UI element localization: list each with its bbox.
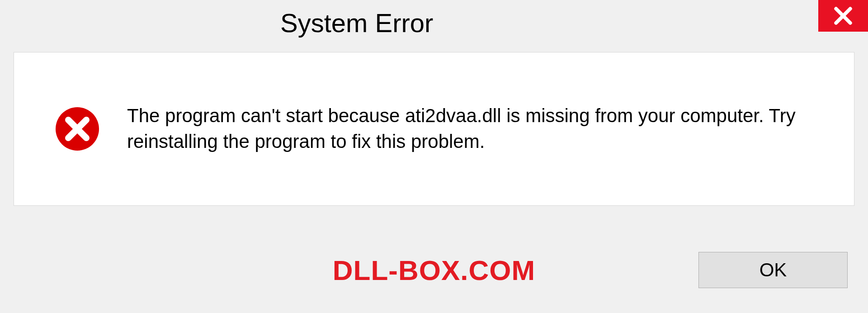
- watermark-text: DLL-BOX.COM: [333, 254, 535, 286]
- title-bar: System Error: [0, 0, 868, 45]
- error-icon: [55, 106, 100, 152]
- close-icon: [834, 6, 853, 25]
- dialog-footer: DLL-BOX.COM OK: [0, 245, 868, 295]
- close-button[interactable]: [818, 0, 868, 32]
- ok-button[interactable]: OK: [698, 252, 848, 288]
- error-message: The program can't start because ati2dvaa…: [127, 103, 831, 154]
- message-panel: The program can't start because ati2dvaa…: [14, 52, 854, 206]
- dialog-title: System Error: [280, 8, 433, 38]
